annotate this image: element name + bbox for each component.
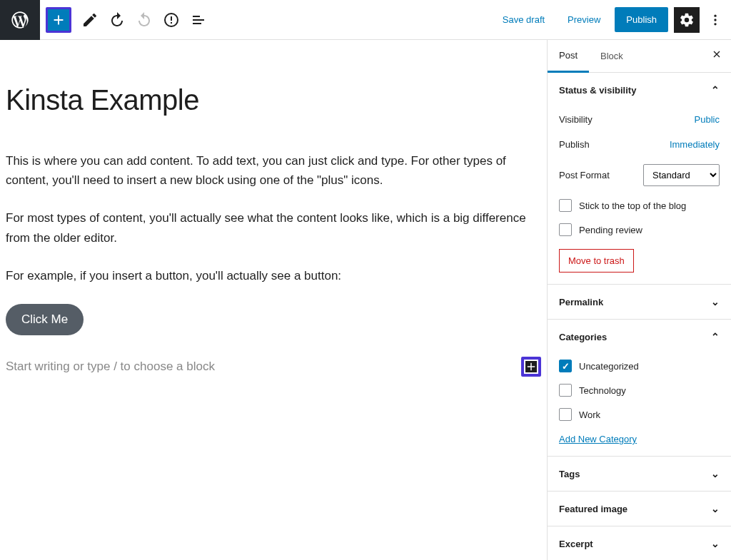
chevron-up-icon: ⌃ [711, 331, 720, 342]
category-row[interactable]: Uncategorized [559, 354, 720, 378]
panel-tags: Tags ⌄ [548, 457, 731, 492]
panel-title: Excerpt [559, 539, 593, 549]
close-icon [711, 49, 722, 60]
panel-body-status: Visibility Public Publish Immediately Po… [548, 107, 731, 284]
pending-label: Pending review [579, 225, 642, 235]
panel-head-tags[interactable]: Tags ⌄ [548, 457, 731, 491]
add-block-button[interactable] [46, 7, 71, 33]
preview-button[interactable]: Preview [559, 9, 609, 31]
publish-label: Publish [559, 139, 590, 150]
panel-head-featured[interactable]: Featured image ⌄ [548, 492, 731, 526]
panel-featured-image: Featured image ⌄ [548, 492, 731, 526]
panel-head-categories[interactable]: Categories ⌃ [548, 320, 731, 354]
outline-button[interactable] [186, 7, 211, 33]
empty-block-row: Start writing or type / to choose a bloc… [6, 357, 541, 377]
category-label: Uncategorized [579, 361, 639, 372]
panel-permalink: Permalink ⌄ [548, 285, 731, 320]
redo-icon [136, 11, 153, 29]
chevron-down-icon: ⌄ [711, 503, 720, 514]
editor-toolbar: Save draft Preview Publish [0, 0, 731, 40]
publish-button[interactable]: Publish [615, 7, 668, 32]
visibility-label: Visibility [559, 114, 593, 125]
category-label: Work [579, 409, 600, 420]
panel-body-categories: Uncategorized Technology Work Add New Ca… [548, 354, 731, 456]
panel-head-permalink[interactable]: Permalink ⌄ [548, 285, 731, 319]
block-editor[interactable]: Kinsta Example This is where you can add… [0, 40, 547, 560]
stick-label: Stick to the top of the blog [579, 200, 686, 211]
post-body: This is where you can add content. To ad… [6, 151, 541, 377]
chevron-up-icon: ⌃ [711, 84, 720, 96]
plus-icon [525, 360, 538, 373]
toolbar-left [0, 0, 211, 40]
info-button[interactable] [158, 7, 184, 33]
settings-button[interactable] [674, 7, 700, 33]
panel-title: Status & visibility [559, 85, 636, 96]
save-draft-button[interactable]: Save draft [494, 9, 553, 31]
undo-icon [109, 11, 126, 29]
add-new-category-link[interactable]: Add New Category [559, 434, 637, 444]
button-block[interactable]: Click Me [6, 304, 84, 335]
format-label: Post Format [559, 170, 610, 180]
more-options-button[interactable] [705, 7, 725, 33]
panel-status-visibility: Status & visibility ⌃ Visibility Public … [548, 73, 731, 285]
post-format-select[interactable]: Standard [643, 164, 720, 186]
wordpress-logo[interactable] [0, 0, 40, 40]
panel-head-status[interactable]: Status & visibility ⌃ [548, 73, 731, 107]
panel-head-excerpt[interactable]: Excerpt ⌄ [548, 526, 731, 560]
settings-sidebar: Post Block Status & visibility ⌃ Visibil… [547, 40, 731, 560]
main-area: Kinsta Example This is where you can add… [0, 40, 731, 560]
pencil-icon [81, 11, 99, 29]
move-to-trash-button[interactable]: Move to trash [559, 249, 634, 273]
pending-review-row[interactable]: Pending review [559, 218, 720, 242]
inline-add-block-button[interactable] [521, 357, 541, 377]
svg-point-1 [714, 19, 716, 21]
chevron-down-icon: ⌄ [711, 468, 720, 479]
pending-checkbox[interactable] [559, 223, 572, 236]
list-icon [190, 11, 207, 29]
publish-value[interactable]: Immediately [670, 139, 720, 150]
paragraph-block[interactable]: For most types of content, you'll actual… [6, 208, 534, 247]
svg-point-0 [714, 14, 716, 16]
category-checkbox[interactable] [559, 360, 572, 372]
category-checkbox[interactable] [559, 384, 572, 397]
redo-button[interactable] [131, 7, 157, 33]
category-row[interactable]: Technology [559, 378, 720, 402]
toolbar-tools [71, 7, 211, 33]
svg-point-2 [714, 23, 716, 25]
panel-title: Categories [559, 332, 607, 342]
post-title[interactable]: Kinsta Example [6, 83, 541, 117]
category-row[interactable]: Work [559, 402, 720, 427]
toolbar-right: Save draft Preview Publish [494, 7, 731, 33]
gear-icon [679, 12, 695, 28]
tools-button[interactable] [77, 7, 103, 33]
visibility-value[interactable]: Public [695, 114, 720, 125]
panel-title: Tags [559, 469, 580, 479]
chevron-down-icon: ⌄ [711, 296, 720, 307]
chevron-down-icon: ⌄ [711, 538, 720, 549]
stick-checkbox[interactable] [559, 199, 572, 212]
publish-row: Publish Immediately [559, 132, 720, 157]
paragraph-block[interactable]: For example, if you insert a button, you… [6, 266, 534, 285]
panel-excerpt: Excerpt ⌄ [548, 526, 731, 560]
category-label: Technology [579, 385, 626, 396]
post-format-row: Post Format Standard [559, 157, 720, 193]
panel-categories: Categories ⌃ Uncategorized Technology Wo… [548, 320, 731, 457]
tab-block[interactable]: Block [589, 41, 635, 71]
info-icon [163, 11, 180, 29]
sidebar-tabs: Post Block [548, 40, 731, 73]
wordpress-icon [10, 10, 30, 30]
visibility-row: Visibility Public [559, 107, 720, 132]
close-sidebar-button[interactable] [711, 49, 722, 63]
plus-icon [51, 12, 66, 28]
panel-title: Permalink [559, 297, 603, 307]
category-checkbox[interactable] [559, 408, 572, 421]
undo-button[interactable] [104, 7, 130, 33]
tab-post[interactable]: Post [548, 40, 589, 73]
paragraph-block[interactable]: This is where you can add content. To ad… [6, 151, 534, 190]
panel-title: Featured image [559, 504, 627, 514]
dots-vertical-icon [708, 13, 722, 27]
block-placeholder[interactable]: Start writing or type / to choose a bloc… [6, 360, 215, 374]
stick-top-row[interactable]: Stick to the top of the blog [559, 193, 720, 218]
